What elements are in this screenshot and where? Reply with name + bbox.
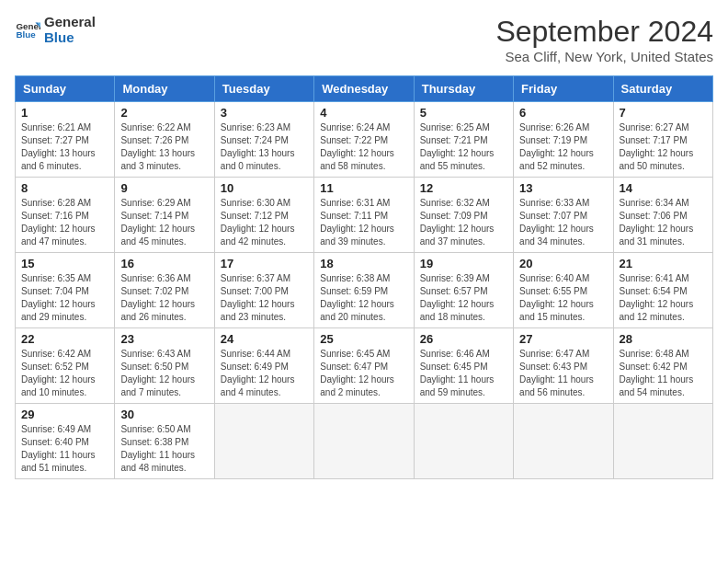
calendar-cell xyxy=(414,404,513,479)
calendar-cell: 27Sunrise: 6:47 AM Sunset: 6:43 PM Dayli… xyxy=(514,328,613,404)
day-number: 7 xyxy=(620,106,707,120)
day-info: Sunrise: 6:47 AM Sunset: 6:43 PM Dayligh… xyxy=(519,348,607,399)
day-info: Sunrise: 6:28 AM Sunset: 7:16 PM Dayligh… xyxy=(21,197,108,248)
logo-text-general: General xyxy=(44,15,96,30)
day-number: 23 xyxy=(120,332,208,346)
calendar-cell: 10Sunrise: 6:30 AM Sunset: 7:12 PM Dayli… xyxy=(214,178,313,253)
calendar-cell: 11Sunrise: 6:31 AM Sunset: 7:11 PM Dayli… xyxy=(314,178,414,253)
calendar-cell: 13Sunrise: 6:33 AM Sunset: 7:07 PM Dayli… xyxy=(514,178,613,253)
day-number: 6 xyxy=(519,106,607,120)
day-info: Sunrise: 6:41 AM Sunset: 6:54 PM Dayligh… xyxy=(620,272,707,324)
day-info: Sunrise: 6:34 AM Sunset: 7:06 PM Dayligh… xyxy=(620,197,707,248)
calendar-cell: 20Sunrise: 6:40 AM Sunset: 6:55 PM Dayli… xyxy=(514,253,613,328)
calendar-cell xyxy=(514,404,613,479)
calendar-cell: 5Sunrise: 6:25 AM Sunset: 7:21 PM Daylig… xyxy=(414,102,513,178)
day-number: 21 xyxy=(620,257,707,270)
day-number: 5 xyxy=(420,106,507,120)
calendar-day-header: Monday xyxy=(115,76,214,102)
calendar-day-header: Sunday xyxy=(16,76,115,102)
day-info: Sunrise: 6:49 AM Sunset: 6:40 PM Dayligh… xyxy=(21,423,108,475)
svg-text:Blue: Blue xyxy=(16,29,36,40)
calendar-body: 1Sunrise: 6:21 AM Sunset: 7:27 PM Daylig… xyxy=(16,102,713,479)
calendar-cell: 2Sunrise: 6:22 AM Sunset: 7:26 PM Daylig… xyxy=(115,102,214,178)
day-info: Sunrise: 6:50 AM Sunset: 6:38 PM Dayligh… xyxy=(120,423,208,475)
calendar-cell xyxy=(613,404,712,479)
calendar-cell xyxy=(214,404,313,479)
calendar-cell: 1Sunrise: 6:21 AM Sunset: 7:27 PM Daylig… xyxy=(16,102,115,178)
day-number: 12 xyxy=(420,181,507,195)
day-number: 24 xyxy=(221,332,308,346)
day-number: 30 xyxy=(120,408,208,421)
day-info: Sunrise: 6:21 AM Sunset: 7:27 PM Dayligh… xyxy=(21,121,108,173)
day-number: 26 xyxy=(420,332,507,346)
day-info: Sunrise: 6:38 AM Sunset: 6:59 PM Dayligh… xyxy=(320,272,407,324)
calendar-day-header: Wednesday xyxy=(314,76,414,102)
day-info: Sunrise: 6:32 AM Sunset: 7:09 PM Dayligh… xyxy=(420,197,507,248)
day-number: 20 xyxy=(519,257,607,270)
day-info: Sunrise: 6:46 AM Sunset: 6:45 PM Dayligh… xyxy=(420,348,507,399)
calendar-cell: 17Sunrise: 6:37 AM Sunset: 7:00 PM Dayli… xyxy=(214,253,313,328)
day-number: 27 xyxy=(519,332,607,346)
day-info: Sunrise: 6:22 AM Sunset: 7:26 PM Dayligh… xyxy=(120,121,208,173)
header: General Blue General Blue September 2024… xyxy=(15,15,713,64)
calendar-cell: 28Sunrise: 6:48 AM Sunset: 6:42 PM Dayli… xyxy=(613,328,712,404)
calendar-header-row: SundayMondayTuesdayWednesdayThursdayFrid… xyxy=(16,76,713,102)
day-info: Sunrise: 6:44 AM Sunset: 6:49 PM Dayligh… xyxy=(221,348,308,399)
day-number: 22 xyxy=(21,332,108,346)
day-info: Sunrise: 6:40 AM Sunset: 6:55 PM Dayligh… xyxy=(519,272,607,324)
calendar-day-header: Thursday xyxy=(414,76,513,102)
calendar-week-row: 8Sunrise: 6:28 AM Sunset: 7:16 PM Daylig… xyxy=(16,178,713,253)
page-title: September 2024 xyxy=(495,15,713,49)
page-subtitle: Sea Cliff, New York, United States xyxy=(495,49,713,64)
day-info: Sunrise: 6:37 AM Sunset: 7:00 PM Dayligh… xyxy=(221,272,308,324)
calendar-week-row: 15Sunrise: 6:35 AM Sunset: 7:04 PM Dayli… xyxy=(16,253,713,328)
logo-text-blue: Blue xyxy=(44,30,96,46)
day-info: Sunrise: 6:30 AM Sunset: 7:12 PM Dayligh… xyxy=(221,197,308,248)
title-area: September 2024 Sea Cliff, New York, Unit… xyxy=(495,15,713,64)
day-info: Sunrise: 6:48 AM Sunset: 6:42 PM Dayligh… xyxy=(620,348,707,399)
day-number: 17 xyxy=(221,257,308,270)
calendar-cell: 12Sunrise: 6:32 AM Sunset: 7:09 PM Dayli… xyxy=(414,178,513,253)
day-number: 18 xyxy=(320,257,407,270)
calendar-cell: 8Sunrise: 6:28 AM Sunset: 7:16 PM Daylig… xyxy=(16,178,115,253)
calendar-cell: 7Sunrise: 6:27 AM Sunset: 7:17 PM Daylig… xyxy=(613,102,712,178)
day-info: Sunrise: 6:33 AM Sunset: 7:07 PM Dayligh… xyxy=(519,197,607,248)
day-number: 15 xyxy=(21,257,108,270)
day-number: 9 xyxy=(120,181,208,195)
logo: General Blue General Blue xyxy=(15,15,96,45)
day-number: 14 xyxy=(620,181,707,195)
day-info: Sunrise: 6:35 AM Sunset: 7:04 PM Dayligh… xyxy=(21,272,108,324)
calendar-cell: 9Sunrise: 6:29 AM Sunset: 7:14 PM Daylig… xyxy=(115,178,214,253)
calendar-week-row: 29Sunrise: 6:49 AM Sunset: 6:40 PM Dayli… xyxy=(16,404,713,479)
day-info: Sunrise: 6:23 AM Sunset: 7:24 PM Dayligh… xyxy=(221,121,308,173)
calendar-cell: 22Sunrise: 6:42 AM Sunset: 6:52 PM Dayli… xyxy=(16,328,115,404)
day-number: 25 xyxy=(320,332,407,346)
day-info: Sunrise: 6:31 AM Sunset: 7:11 PM Dayligh… xyxy=(320,197,407,248)
calendar-cell: 25Sunrise: 6:45 AM Sunset: 6:47 PM Dayli… xyxy=(314,328,414,404)
day-number: 4 xyxy=(320,106,407,120)
day-info: Sunrise: 6:29 AM Sunset: 7:14 PM Dayligh… xyxy=(120,197,208,248)
calendar-cell: 4Sunrise: 6:24 AM Sunset: 7:22 PM Daylig… xyxy=(314,102,414,178)
day-info: Sunrise: 6:25 AM Sunset: 7:21 PM Dayligh… xyxy=(420,121,507,173)
day-info: Sunrise: 6:42 AM Sunset: 6:52 PM Dayligh… xyxy=(21,348,108,399)
calendar-cell: 3Sunrise: 6:23 AM Sunset: 7:24 PM Daylig… xyxy=(214,102,313,178)
calendar-cell: 18Sunrise: 6:38 AM Sunset: 6:59 PM Dayli… xyxy=(314,253,414,328)
calendar-cell: 23Sunrise: 6:43 AM Sunset: 6:50 PM Dayli… xyxy=(115,328,214,404)
calendar-cell: 26Sunrise: 6:46 AM Sunset: 6:45 PM Dayli… xyxy=(414,328,513,404)
calendar-day-header: Friday xyxy=(514,76,613,102)
day-number: 1 xyxy=(21,106,108,120)
calendar-cell: 14Sunrise: 6:34 AM Sunset: 7:06 PM Dayli… xyxy=(613,178,712,253)
day-number: 2 xyxy=(120,106,208,120)
day-number: 16 xyxy=(120,257,208,270)
calendar-cell: 24Sunrise: 6:44 AM Sunset: 6:49 PM Dayli… xyxy=(214,328,313,404)
calendar-day-header: Saturday xyxy=(613,76,712,102)
day-number: 13 xyxy=(519,181,607,195)
day-info: Sunrise: 6:24 AM Sunset: 7:22 PM Dayligh… xyxy=(320,121,407,173)
day-number: 3 xyxy=(221,106,308,120)
calendar-cell: 29Sunrise: 6:49 AM Sunset: 6:40 PM Dayli… xyxy=(16,404,115,479)
day-info: Sunrise: 6:27 AM Sunset: 7:17 PM Dayligh… xyxy=(620,121,707,173)
day-info: Sunrise: 6:26 AM Sunset: 7:19 PM Dayligh… xyxy=(519,121,607,173)
calendar-day-header: Tuesday xyxy=(214,76,313,102)
calendar-cell: 16Sunrise: 6:36 AM Sunset: 7:02 PM Dayli… xyxy=(115,253,214,328)
calendar-table: SundayMondayTuesdayWednesdayThursdayFrid… xyxy=(15,75,713,479)
